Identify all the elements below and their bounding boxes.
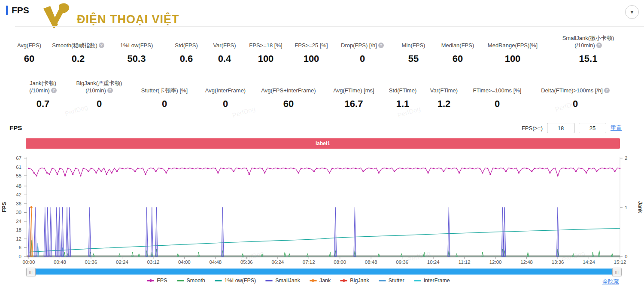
metric-label: SmallJank(微小卡顿)(/10min)? [562,34,614,49]
row2-metric-4: Avg(FPS+InterFrame)60 [252,79,325,110]
row1-metric-2: 1%Low(FPS)50.3 [106,34,167,64]
metric-label: Std(FPS) [175,34,197,49]
metric-label: Delta(FTime)>100ms [/h]? [541,79,610,94]
legend-item-1-low-fps-[interactable]: 1%Low(FPS) [215,278,256,284]
metric-value: 1.2 [437,98,451,110]
metric-label: MedRange(FPS)[%] [488,34,538,49]
metric-label: Min(FPS) [402,34,425,49]
row2-metric-2: Stutter(卡顿率) [%]0 [130,79,199,110]
metric-label: Stutter(卡顿率) [%] [141,79,188,94]
svg-text:48: 48 [16,183,21,189]
fps-threshold-filter: FPS(>=) 重置 [522,123,622,133]
svg-text:15:12: 15:12 [614,260,626,265]
collapse-panel-button[interactable]: ▼ [625,5,639,19]
metric-label: Drop(FPS) [/h]? [341,34,384,49]
label-banner[interactable]: label1 [26,138,620,149]
logo-text: ĐIỆN THOẠI VIỆT [77,13,179,26]
legend-marker [414,280,421,281]
svg-text:12: 12 [16,236,21,241]
svg-text:24: 24 [16,219,21,224]
legend-marker [177,280,184,281]
help-icon[interactable]: ? [107,88,113,93]
scrollbar-left-handle[interactable]: ||| [26,268,36,276]
row1-metric-4: Var(FPS)0.4 [206,34,243,64]
fps-chart[interactable]: 6761554842363024181260210FPSJank00:0000:… [0,151,644,266]
row2-metric-9: Delta(FTime)>100ms [/h]?0 [530,79,621,110]
series-smooth [30,240,613,256]
svg-text:06:24: 06:24 [271,260,284,265]
metric-value: 0 [223,98,228,110]
legend-item-stutter[interactable]: Stutter [379,278,404,284]
svg-text:67: 67 [16,156,21,161]
row2-metric-6: Std(FTime)1.1 [382,79,423,110]
chart-legend: FPSSmooth1%Low(FPS)SmallJankJankBigJankS… [0,278,597,284]
metric-value: 60 [24,53,34,64]
page-title: FPS [6,5,29,15]
legend-marker-dot [312,279,314,282]
metric-value: 15.1 [579,53,598,64]
row2-metric-3: Avg(InterFrame)0 [199,79,252,110]
legend-item-smalljank[interactable]: SmallJank [265,278,300,284]
help-icon[interactable]: ? [378,43,384,48]
svg-text:08:00: 08:00 [334,260,346,265]
scrollbar-right-handle[interactable]: ||| [612,268,622,276]
page-title-text: FPS [12,5,29,15]
title-accent-bar [6,6,8,15]
metric-label: Var(FTime) [430,79,458,94]
legend-item-interframe[interactable]: InterFrame [414,278,450,284]
legend-item-smooth[interactable]: Smooth [177,278,205,284]
legend-label: SmallJank [275,278,300,284]
fps-min-input[interactable] [547,123,574,133]
legend-label: Jank [319,278,331,284]
help-icon[interactable]: ? [604,88,610,93]
legend-item-fps[interactable]: FPS [147,278,167,284]
svg-text:02:24: 02:24 [116,260,128,265]
hide-all-link[interactable]: 全隐藏 [602,278,619,286]
chart-scrollbar-track[interactable]: ||| ||| [27,269,621,275]
svg-text:61: 61 [16,165,21,170]
legend-item-jank[interactable]: Jank [310,278,331,284]
metric-label: Median(FPS) [441,34,474,49]
metric-value: 55 [408,53,419,64]
help-icon[interactable]: ? [596,43,602,48]
fps-filter-label: FPS(>=) [522,125,543,131]
svg-text:14:24: 14:24 [583,260,595,265]
svg-text:08:48: 08:48 [365,260,377,265]
chevron-down-icon: ▼ [630,9,635,15]
metric-label: 1%Low(FPS) [120,34,153,49]
metrics-row-2: Jank(卡顿)(/10min)?0.7BigJank(严重卡顿)(/10min… [9,79,621,110]
metric-value: 100 [505,53,521,64]
grip-icon: ||| [615,270,619,274]
help-icon[interactable]: ? [99,43,104,48]
svg-text:0: 0 [625,254,627,259]
metric-value: 0.6 [180,53,193,64]
svg-text:01:36: 01:36 [85,260,97,265]
legend-item-bigjank[interactable]: BigJank [340,278,369,284]
metric-label: Smooth(稳帧指数)? [52,34,104,49]
series-jank [30,206,33,256]
svg-text:03:12: 03:12 [147,260,160,265]
svg-text:12:00: 12:00 [489,260,502,265]
label-banner-text: label1 [316,140,330,147]
series-fps [28,168,621,177]
legend-label: Stutter [389,278,404,284]
svg-text:36: 36 [16,201,21,206]
svg-text:0: 0 [19,254,21,259]
row1-metric-0: Avg(FPS)60 [9,34,50,64]
row1-metric-8: Min(FPS)55 [391,34,436,64]
legend-label: BigJank [350,278,369,284]
legend-marker-dot [343,279,345,282]
legend-marker [265,280,273,281]
metric-label: Std(FTime) [389,79,417,94]
metric-value: 0 [573,98,578,110]
row1-metric-5: FPS>=18 [%]100 [243,34,289,64]
row1-metric-3: Std(FPS)0.6 [167,34,206,64]
svg-text:11:12: 11:12 [459,260,471,265]
fps-max-input[interactable] [579,123,606,133]
reset-link[interactable]: 重置 [611,124,622,132]
row2-metric-0: Jank(卡顿)(/10min)?0.7 [17,79,69,110]
row2-metric-7: Var(FTime)1.2 [423,79,465,110]
row2-metric-5: Avg(FTime) [ms]16.7 [325,79,382,110]
header-divider [15,26,644,27]
help-icon[interactable]: ? [51,88,57,93]
